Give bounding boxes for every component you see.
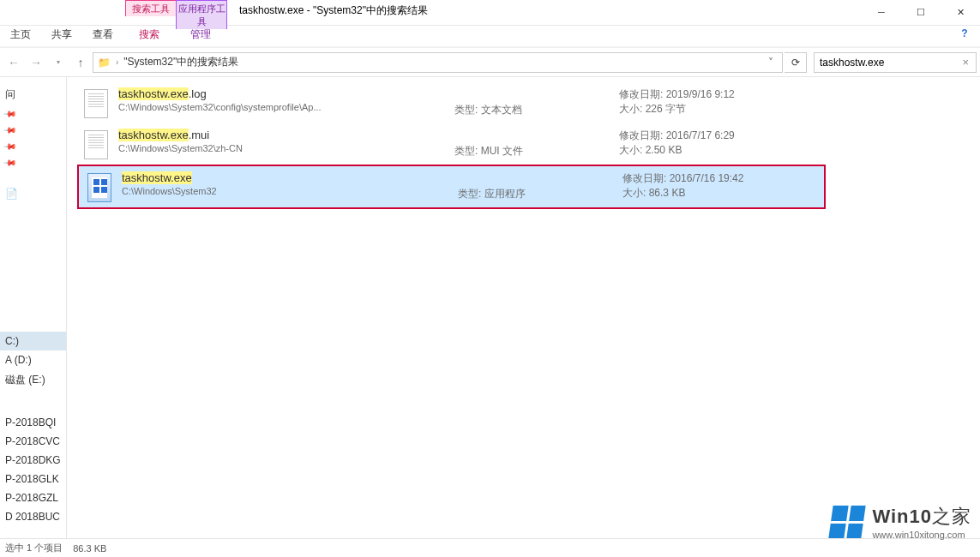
address-dropdown[interactable]: ˅ — [763, 57, 779, 69]
sidebar-pin[interactable]: 📌 — [0, 154, 66, 171]
back-button[interactable]: ← — [3, 52, 24, 73]
status-bar: 选中 1 个项目 86.3 KB — [0, 538, 980, 557]
tab-view[interactable]: 查看 — [82, 26, 123, 44]
sidebar-drive-c[interactable]: C:) — [0, 332, 66, 350]
sidebar: 问 📌 📌 📌 📌 📄 C:) A (D:) 磁盘 (E:) P-2018BQI… — [0, 77, 67, 538]
result-row[interactable]: taskhostw.exe.mui C:\Windows\System32\zh… — [67, 123, 980, 165]
sidebar-network-item[interactable]: P-2018DKG — [0, 451, 66, 470]
sidebar-network-item[interactable]: P-2018GLK — [0, 470, 66, 488]
sidebar-pin[interactable]: 📌 — [0, 105, 66, 122]
sidebar-pin[interactable]: 📌 — [0, 138, 66, 154]
document-icon — [84, 130, 108, 159]
minimize-button[interactable]: ─ — [862, 0, 901, 24]
file-path: C:\Windows\System32\config\systemprofile… — [118, 102, 444, 112]
file-name: taskhostw.exe — [122, 171, 448, 184]
application-icon — [87, 173, 111, 202]
status-selected: 选中 1 个项目 — [5, 542, 63, 554]
tab-search-tools[interactable]: 搜索工具 — [125, 0, 177, 16]
help-button[interactable]: ? — [949, 26, 980, 41]
close-button[interactable]: ✕ — [941, 0, 980, 24]
sidebar-pin[interactable]: 📌 — [0, 122, 66, 138]
file-type: 类型: MUI 文件 — [454, 129, 609, 159]
sidebar-network-item[interactable]: D 2018BUC — [0, 507, 66, 526]
forward-button[interactable]: → — [26, 52, 46, 73]
file-path: C:\Windows\System32\zh-CN — [118, 143, 444, 153]
tab-search[interactable]: 搜索 — [123, 26, 175, 44]
recent-dropdown[interactable]: ▾ — [48, 52, 69, 73]
sidebar-network-item[interactable]: P-2018CVC — [0, 432, 66, 451]
results-pane: taskhostw.exe.log C:\Windows\System32\co… — [67, 77, 980, 538]
file-path: C:\Windows\System32 — [122, 186, 448, 196]
tab-app-tools[interactable]: 应用程序工具 — [176, 0, 227, 29]
sidebar-drive-e[interactable]: 磁盘 (E:) — [0, 369, 66, 391]
search-input[interactable] — [820, 57, 960, 69]
document-icon — [84, 89, 108, 118]
file-meta: 修改日期: 2019/9/16 9:12 大小: 226 字节 — [619, 87, 816, 117]
search-box[interactable]: × — [814, 52, 977, 73]
result-row[interactable]: taskhostw.exe.log C:\Windows\System32\co… — [67, 82, 980, 123]
file-type: 类型: 应用程序 — [458, 171, 612, 201]
file-name: taskhostw.exe.log — [118, 87, 444, 100]
file-name: taskhostw.exe.mui — [118, 129, 444, 141]
sidebar-documents-icon[interactable]: 📄 — [0, 184, 66, 203]
window-title: taskhostw.exe - "System32"中的搜索结果 — [227, 0, 440, 21]
breadcrumb[interactable]: "System32"中的搜索结果 — [123, 55, 238, 69]
up-button[interactable]: ↑ — [70, 52, 91, 73]
status-size: 86.3 KB — [73, 543, 106, 554]
breadcrumb-separator: › — [114, 57, 120, 67]
tab-share[interactable]: 共享 — [41, 26, 82, 44]
sidebar-quick-access[interactable]: 问 — [0, 84, 66, 105]
address-bar[interactable]: 📁 › "System32"中的搜索结果 ˅ — [93, 52, 783, 73]
sidebar-network-item[interactable]: P-2018BQI — [0, 413, 66, 432]
tab-home[interactable]: 主页 — [0, 26, 41, 44]
result-row[interactable]: taskhostw.exe C:\Windows\System32 类型: 应用… — [77, 165, 826, 209]
tab-manage[interactable]: 管理 — [175, 26, 226, 44]
location-icon: 📁 — [97, 56, 111, 69]
sidebar-network-item[interactable]: P-2018GZL — [0, 488, 66, 507]
clear-search-icon[interactable]: × — [960, 56, 971, 69]
sidebar-drive-d[interactable]: A (D:) — [0, 350, 66, 369]
file-meta: 修改日期: 2016/7/16 19:42 大小: 86.3 KB — [622, 171, 820, 201]
file-type: 类型: 文本文档 — [454, 87, 609, 117]
file-meta: 修改日期: 2016/7/17 6:29 大小: 2.50 KB — [619, 129, 816, 158]
refresh-button[interactable]: ⟳ — [785, 52, 807, 73]
maximize-button[interactable]: ☐ — [901, 0, 941, 24]
